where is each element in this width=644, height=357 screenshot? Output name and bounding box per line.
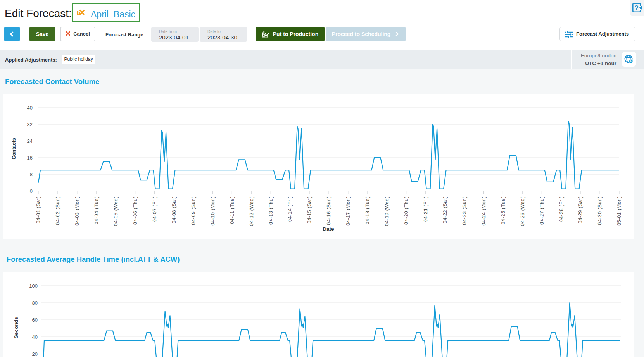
svg-text:04-05 (Wed): 04-05 (Wed) <box>113 196 119 226</box>
svg-text:40: 40 <box>27 105 33 111</box>
svg-text:20: 20 <box>32 351 38 357</box>
svg-text:04-21 (Fri): 04-21 (Fri) <box>423 196 428 222</box>
svg-text:04-29 (Sat): 04-29 (Sat) <box>578 196 583 223</box>
svg-text:Date: Date <box>323 226 334 232</box>
svg-text:100: 100 <box>29 283 38 289</box>
svg-text:04-18 (Tue): 04-18 (Tue) <box>365 196 370 225</box>
svg-text:?: ? <box>635 4 639 11</box>
svg-text:04-17 (Mon): 04-17 (Mon) <box>345 196 351 226</box>
svg-text:04-04 (Tue): 04-04 (Tue) <box>94 196 99 225</box>
svg-text:04-03 (Mon): 04-03 (Mon) <box>74 196 80 226</box>
svg-text:04-10 (Mon): 04-10 (Mon) <box>210 196 216 226</box>
svg-text:04-28 (Fri): 04-28 (Fri) <box>559 196 564 222</box>
svg-text:40: 40 <box>32 334 38 340</box>
svg-text:Contacts: Contacts <box>11 138 17 160</box>
svg-text:Seconds: Seconds <box>13 317 19 338</box>
svg-text:04-06 (Thu): 04-06 (Thu) <box>133 196 138 225</box>
svg-text:04-26 (Wed): 04-26 (Wed) <box>520 196 525 226</box>
svg-text:04-09 (Sun): 04-09 (Sun) <box>191 196 196 225</box>
svg-text:04-25 (Tue): 04-25 (Tue) <box>501 196 506 225</box>
svg-text:04-11 (Tue): 04-11 (Tue) <box>230 196 235 224</box>
svg-text:04-24 (Mon): 04-24 (Mon) <box>481 196 487 226</box>
svg-text:04-07 (Fri): 04-07 (Fri) <box>152 196 157 222</box>
svg-text:8: 8 <box>30 172 33 177</box>
svg-text:04-15 (Sat): 04-15 (Sat) <box>307 196 312 223</box>
svg-text:0: 0 <box>30 188 33 194</box>
svg-text:16: 16 <box>27 155 33 161</box>
svg-text:32: 32 <box>27 122 33 127</box>
svg-text:04-01 (Sat): 04-01 (Sat) <box>36 196 41 223</box>
svg-text:05-01 (Mon): 05-01 (Mon) <box>616 196 622 226</box>
svg-text:24: 24 <box>27 138 33 144</box>
svg-text:04-16 (Sun): 04-16 (Sun) <box>326 196 331 225</box>
svg-text:04-23 (Sun): 04-23 (Sun) <box>462 196 467 225</box>
svg-text:04-13 (Thu): 04-13 (Thu) <box>268 196 274 225</box>
svg-text:04-08 (Sat): 04-08 (Sat) <box>171 196 177 223</box>
svg-text:80: 80 <box>32 300 38 306</box>
svg-text:04-19 (Wed): 04-19 (Wed) <box>384 196 390 226</box>
svg-text:04-27 (Thu): 04-27 (Thu) <box>539 196 545 225</box>
svg-text:60: 60 <box>32 317 38 323</box>
svg-text:04-02 (Sun): 04-02 (Sun) <box>55 196 60 225</box>
svg-text:04-30 (Sun): 04-30 (Sun) <box>597 196 603 225</box>
svg-text:04-14 (Fri): 04-14 (Fri) <box>287 196 293 222</box>
svg-text:04-22 (Sat): 04-22 (Sat) <box>442 196 448 223</box>
svg-text:04-20 (Thu): 04-20 (Thu) <box>404 196 409 225</box>
svg-text:04-12 (Wed): 04-12 (Wed) <box>249 196 254 226</box>
